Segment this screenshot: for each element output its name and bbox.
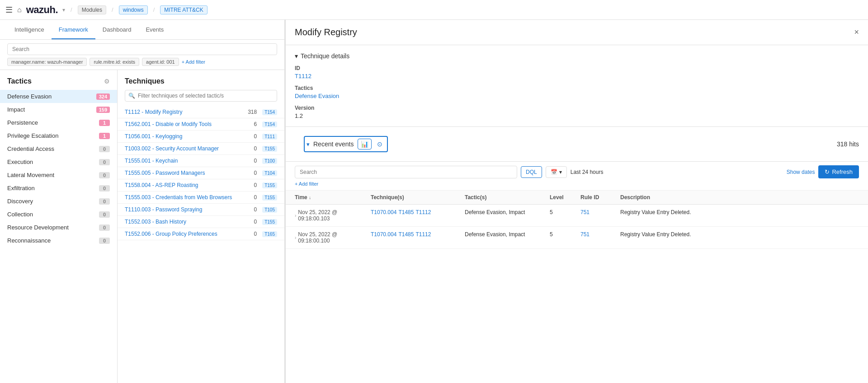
technique-badge[interactable]: T1112 (415, 231, 431, 238)
technique-badge[interactable]: T1485 (398, 231, 414, 238)
show-dates-button[interactable]: Show dates (787, 169, 815, 175)
tactic-badge: 0 (99, 146, 110, 152)
tactic-item[interactable]: Lateral Movement0 (0, 168, 117, 182)
col-header-level: Level (550, 194, 577, 201)
table-row[interactable]: › Nov 25, 2022 @ 09:18:00.103 T1070.004T… (286, 205, 868, 227)
tab-events[interactable]: Events (138, 21, 171, 39)
cell-ruleid[interactable]: 751 (580, 209, 617, 215)
chart-icon-button[interactable]: 📊 (358, 139, 372, 149)
tactic-item[interactable]: Reconnaissance0 (0, 234, 117, 247)
technique-item[interactable]: T1555.003 - Credentials from Web Browser… (118, 192, 284, 204)
technique-tag: T155 (262, 219, 277, 225)
technique-tag: T155 (262, 146, 277, 152)
technique-item[interactable]: T1555.001 - Keychain0T100 (118, 155, 284, 167)
tactic-item[interactable]: Privilege Escalation1 (0, 129, 117, 142)
events-rows: › Nov 25, 2022 @ 09:18:00.103 T1070.004T… (286, 205, 868, 249)
tab-intelligence[interactable]: Intelligence (7, 21, 52, 39)
tactic-item[interactable]: Discovery0 (0, 195, 117, 208)
breadcrumb-windows[interactable]: windows (119, 5, 148, 14)
breadcrumb-modules[interactable]: Modules (78, 5, 106, 14)
filter-icon-button[interactable]: ⊙ (374, 139, 385, 149)
cell-tactics: Defense Evasion, Impact (465, 209, 546, 215)
expand-icon[interactable]: › (295, 235, 296, 240)
technique-item[interactable]: T1555.005 - Password Managers0T104 (118, 167, 284, 179)
technique-count: 0 (254, 133, 257, 140)
add-filter-link[interactable]: + Add filter (295, 181, 318, 187)
technique-item[interactable]: T1110.003 - Password Spraying0T105 (118, 204, 284, 216)
table-row[interactable]: › Nov 25, 2022 @ 09:18:00.100 T1070.004T… (286, 227, 868, 249)
technique-item[interactable]: T1056.001 - Keylogging0T111 (118, 131, 284, 143)
technique-count: 0 (254, 158, 257, 164)
tab-framework[interactable]: Framework (52, 21, 95, 39)
filter-bar: manager.name: wazuh-manager rule.mitre.i… (0, 40, 284, 70)
tactics-value[interactable]: Defense Evasion (295, 93, 859, 99)
technique-item[interactable]: T1558.004 - AS-REP Roasting0T155 (118, 179, 284, 192)
tactic-name: Execution (7, 159, 33, 165)
expand-icon[interactable]: › (295, 213, 296, 218)
technique-badge[interactable]: T1070.004 (371, 209, 396, 215)
technique-tag: T104 (262, 170, 277, 176)
chevron-down-icon[interactable]: ▾ (62, 7, 65, 13)
cell-description: Registry Value Entry Deleted. (620, 209, 859, 215)
detail-panel-header: Modify Registry × (286, 20, 868, 45)
technique-badge[interactable]: T1112 (415, 209, 431, 215)
breadcrumb-mitre[interactable]: MITRE ATT&CK (160, 5, 207, 14)
tab-dashboard[interactable]: Dashboard (95, 21, 139, 39)
search-icon: 🔍 (128, 93, 135, 99)
hamburger-icon[interactable]: ☰ (5, 5, 13, 15)
tactic-name: Resource Development (7, 224, 69, 231)
tactic-badge: 0 (99, 211, 110, 218)
technique-details-toggle[interactable]: ▾ Technique details (295, 52, 859, 60)
tactic-item[interactable]: Collection0 (0, 208, 117, 221)
id-value[interactable]: T1112 (295, 73, 859, 79)
settings-icon[interactable]: ⚙ (104, 78, 110, 85)
cell-ruleid[interactable]: 751 (580, 231, 617, 238)
add-filter-button[interactable]: + Add filter (182, 59, 205, 65)
technique-badge[interactable]: T1485 (398, 209, 414, 215)
technique-item[interactable]: T1552.003 - Bash History0T155 (118, 216, 284, 228)
date-picker[interactable]: 📅 ▾ (546, 166, 567, 178)
technique-item[interactable]: T1112 - Modify Registry318T154 (118, 106, 284, 118)
tactic-item[interactable]: Persistence1 (0, 116, 117, 129)
technique-item[interactable]: T1562.001 - Disable or Modify Tools6T154 (118, 118, 284, 131)
tactic-item[interactable]: Exfiltration0 (0, 182, 117, 195)
events-section-header: ▾ Recent events 📊 ⊙ 318 hits (286, 127, 868, 162)
tactic-item[interactable]: Defense Evasion324 (0, 90, 117, 103)
col-header-time: Time ↓ (295, 194, 367, 201)
filter-tag-rule[interactable]: rule.mitre.id: exists (90, 58, 139, 66)
tactic-item[interactable]: Credential Access0 (0, 142, 117, 155)
technique-item[interactable]: T1552.006 - Group Policy Preferences0T16… (118, 228, 284, 240)
technique-name: T1562.001 - Disable or Modify Tools (125, 121, 249, 127)
technique-count: 6 (254, 121, 257, 127)
technique-tag: T100 (262, 158, 277, 164)
technique-name: T1552.006 - Group Policy Preferences (125, 231, 249, 237)
events-search-input[interactable] (295, 166, 517, 178)
tactic-badge: 0 (99, 238, 110, 244)
tactic-item[interactable]: Resource Development0 (0, 221, 117, 234)
technique-badge[interactable]: T1070.004 (371, 231, 396, 238)
technique-search-input[interactable] (125, 90, 277, 102)
home-icon[interactable]: ⌂ (17, 6, 22, 14)
refresh-button[interactable]: ↻ Refresh (818, 165, 859, 178)
events-search-row: DQL 📅 ▾ Last 24 hours Show dates ↻ Refre… (295, 165, 859, 178)
technique-item[interactable]: T1003.002 - Security Account Manager0T15… (118, 143, 284, 155)
filter-search-input[interactable] (7, 43, 277, 55)
tactic-item[interactable]: Impact159 (0, 103, 117, 116)
id-label: ID (295, 65, 859, 71)
tactics-list: Defense Evasion324Impact159Persistence1P… (0, 90, 117, 247)
tactic-name: Credential Access (7, 145, 54, 152)
hits-count: 318 hits (837, 140, 859, 148)
technique-tag: T155 (262, 195, 277, 201)
recent-events-section: ▾ Recent events 📊 ⊙ 318 hits DQL 📅 (286, 127, 868, 383)
dql-button[interactable]: DQL (521, 166, 542, 178)
events-table: Time ↓ Technique(s) Tactic(s) Level Rule… (286, 191, 868, 383)
filter-tag-manager[interactable]: manager.name: wazuh-manager (7, 58, 87, 66)
tactic-item[interactable]: Execution0 (0, 155, 117, 168)
cell-techniques: T1070.004T1485T1112 (371, 209, 461, 215)
recent-events-label[interactable]: Recent events (313, 140, 354, 148)
events-icons: 📊 ⊙ (358, 139, 385, 149)
close-button[interactable]: × (854, 28, 859, 37)
tactics-title: Tactics (7, 77, 32, 85)
col-header-tactics: Tactic(s) (465, 194, 546, 201)
filter-tag-agent[interactable]: agent.id: 001 (142, 58, 179, 66)
